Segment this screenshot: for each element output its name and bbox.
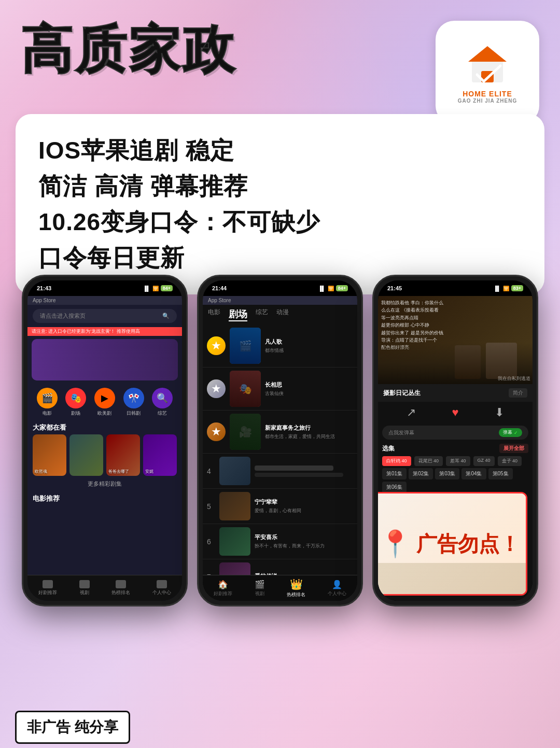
nav-item-japanese[interactable]: 🎌 日韩剧 xyxy=(123,388,144,417)
share-btn[interactable]: ↗ xyxy=(407,406,416,419)
ad-text: 广告勿点！ xyxy=(416,530,520,558)
rank-item-5[interactable]: 5 宁宁辈辈 爱情，喜剧，心有相同 xyxy=(203,489,357,524)
heart-icon: ♥ xyxy=(452,406,458,419)
thumb-label-1: 欧哲魂 xyxy=(35,469,47,474)
p1-nav-ranking[interactable]: 热榜排名 xyxy=(111,580,130,596)
signal-icon: ▐▌ xyxy=(143,286,150,291)
rank-title-4 xyxy=(255,465,333,471)
p1-nav-profile[interactable]: 个人中心 xyxy=(152,580,171,596)
p1-nav-recommend[interactable]: 好剧推荐 xyxy=(38,580,57,596)
info-line-1: IOS苹果追剧 稳定 xyxy=(38,133,522,168)
info-line-2: 简洁 高清 弹幕推荐 xyxy=(38,168,522,204)
p2-profile-icon: 👤 xyxy=(332,580,342,589)
danmaku-1: 我都怕跌着他 李白：你装什么 xyxy=(381,299,529,306)
nav-item-variety[interactable]: 🔍 综艺 xyxy=(152,388,173,417)
download-icon: ⬇ xyxy=(495,406,504,419)
phone-1-inner: 21:43 ▐▌ 🛜 84+ App Store 请点击进入搜索页 🔍 请注意:… xyxy=(27,280,182,601)
rank-title-6: 平安喜乐 xyxy=(255,533,353,541)
ep-03[interactable]: 第03集 xyxy=(435,468,459,479)
tab-movie[interactable]: 电影 xyxy=(208,308,220,321)
p2-store-tag: App Store xyxy=(203,296,357,305)
theater-label: 剧场 xyxy=(71,410,80,417)
phone-1: 21:43 ▐▌ 🛜 84+ App Store 请点击进入搜索页 🔍 请注意:… xyxy=(22,275,188,606)
tab-theater[interactable]: 剧场 xyxy=(229,308,247,321)
rank-thumb-6 xyxy=(219,527,250,556)
rank-desc-6: 扮不十，有苦有，而来，千万乐力 xyxy=(255,543,353,549)
thumb-item-3: 爸爸去哪了 xyxy=(106,434,140,476)
rank-item-3[interactable]: ★ 🎥 新家庭事务之旅行 都市生活，家庭，爱情，共同生活 xyxy=(203,411,357,454)
rank-item-6[interactable]: 6 平安喜乐 扮不十，有苦有，而来，千万乐力 xyxy=(203,524,357,559)
ep-tag-5[interactable]: 盒子 40 xyxy=(498,456,522,466)
star-icon-3: ★ xyxy=(211,425,221,439)
ep-tag-4[interactable]: GZ 40 xyxy=(473,456,495,466)
wifi-icon: 🛜 xyxy=(152,286,159,291)
danmu-input[interactable]: 点我发弹幕 弹幕 ✓ xyxy=(382,426,528,440)
intro-btn[interactable]: 简介 xyxy=(509,388,527,398)
video-watermark: 我在自私到逃道 xyxy=(498,375,530,382)
p2-recommend-icon: 🏠 xyxy=(218,580,228,589)
more-btn[interactable]: 更多精彩剧集 xyxy=(27,476,182,492)
p2-nav-ranking[interactable]: 👑 热榜排名 xyxy=(287,578,305,598)
ep-04[interactable]: 第04集 xyxy=(461,468,486,479)
p2-wifi-icon: 🛜 xyxy=(328,286,334,291)
like-btn[interactable]: ♥ xyxy=(452,406,458,419)
p2-nav-profile[interactable]: 👤 个人中心 xyxy=(328,580,346,597)
rank-desc-5: 爱情，喜剧，心有相同 xyxy=(255,507,353,514)
phones-section: 21:43 ▐▌ 🛜 84+ App Store 请点击进入搜索页 🔍 请注意:… xyxy=(0,275,560,707)
rank-item-4[interactable]: 4 xyxy=(203,454,357,489)
expand-btn[interactable]: 展开全部 xyxy=(499,444,528,453)
theater-icon-bg: 🎭 xyxy=(65,388,86,408)
theater-icon: 🎭 xyxy=(70,392,81,404)
rank-list: ★ 🎬 凡人歌 都市情感 xyxy=(203,324,357,595)
p2-nav-drama[interactable]: 🎬 视剧 xyxy=(255,580,265,597)
ad-bg xyxy=(378,563,526,594)
star-icon-1: ★ xyxy=(211,339,221,352)
nav-item-theater[interactable]: 🎭 剧场 xyxy=(65,388,86,417)
p2-nav-recommend[interactable]: 🏠 好剧推荐 xyxy=(214,580,232,597)
hero-banner xyxy=(32,339,178,380)
rank-item-2[interactable]: ★ 🎭 长相思 古装仙侠 xyxy=(203,368,357,411)
svg-marker-1 xyxy=(468,46,507,62)
danmu-btn[interactable]: 弹幕 ✓ xyxy=(499,428,522,437)
danmaku-4: 趁更你的根部 心中不静 xyxy=(381,321,529,329)
ep-tag-2[interactable]: 花尾巴 40 xyxy=(414,456,443,466)
variety-label: 综艺 xyxy=(158,410,167,417)
thumb-label-3: 爸爸去哪了 xyxy=(108,469,129,474)
japanese-icon-bg: 🎌 xyxy=(123,388,144,408)
p3-battery-badge: 83+ xyxy=(511,285,523,291)
ep-02[interactable]: 第02集 xyxy=(409,468,433,479)
bottom-label: 非广告 纯分享 xyxy=(0,707,145,748)
thumb-label-4: 安妮 xyxy=(145,469,153,474)
p1-nav-drama[interactable]: 视剧 xyxy=(79,580,90,596)
phone1-bottom-nav: 好剧推荐 视剧 热榜排名 个人中心 xyxy=(27,575,182,601)
nav-item-movie[interactable]: 🎬 电影 xyxy=(37,388,58,417)
danmaku-2: 么么在这 《接着表乐投着看 xyxy=(381,306,529,314)
phone3-screen: 21:45 ▐▌ 🛜 83+ 我都怕跌着他 李白：你装什么 么么在这 《接着表乐… xyxy=(378,280,533,601)
ep-01[interactable]: 第01集 xyxy=(382,468,407,479)
phone1-status-bar: 21:43 ▐▌ 🛜 84+ xyxy=(27,280,182,296)
danmaku-5: 越贺你出来了 趁是另外的价钱 xyxy=(381,329,529,336)
movie-icon-bg: 🎬 xyxy=(37,388,58,408)
phone-2-inner: 21:44 ▐▌ 🛜 84+ App Store 电影 剧场 综艺 动漫 xyxy=(203,280,357,601)
logo-block: HOME ELITE GAO ZHI JIA ZHENG xyxy=(436,21,539,124)
ep-tag-1[interactable]: 白轩鸡 40 xyxy=(382,456,411,466)
ep-05[interactable]: 第05集 xyxy=(488,468,513,479)
rank-item-1[interactable]: ★ 🎬 凡人歌 都市情感 xyxy=(203,324,357,368)
phone3-notch xyxy=(435,280,476,289)
tab-anime[interactable]: 动漫 xyxy=(276,308,289,321)
app-store-tag: App Store xyxy=(27,296,182,305)
nav-item-western[interactable]: ▶ 欧美剧 xyxy=(94,388,115,417)
tab-variety[interactable]: 综艺 xyxy=(256,308,268,321)
battery-badge: 84+ xyxy=(161,285,173,291)
phone3-time: 21:45 xyxy=(387,285,402,291)
phone-2: 21:44 ▐▌ 🛜 84+ App Store 电影 剧场 综艺 动漫 xyxy=(197,275,363,606)
rank-info-3: 新家庭事务之旅行 都市生活，家庭，爱情，共同生活 xyxy=(265,424,353,440)
phone2-screen: 21:44 ▐▌ 🛜 84+ App Store 电影 剧场 综艺 动漫 xyxy=(203,280,357,601)
ep-tag-3[interactable]: 差耳 40 xyxy=(446,456,470,466)
download-btn[interactable]: ⬇ xyxy=(495,406,504,419)
ep-06[interactable]: 第06集 xyxy=(382,482,407,493)
profile-icon xyxy=(157,580,167,588)
medal-3: ★ xyxy=(207,422,226,441)
search-bar[interactable]: 请点击进入搜索页 🔍 xyxy=(33,309,177,323)
action-row: ↗ ♥ ⬇ xyxy=(378,402,533,424)
